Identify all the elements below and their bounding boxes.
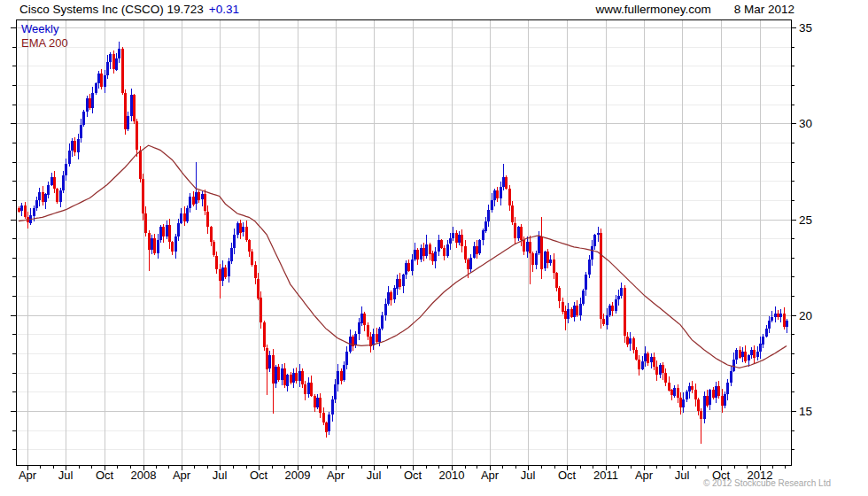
x-axis-label: 2009	[285, 469, 311, 482]
x-axis-label: Oct	[96, 469, 114, 482]
legend-timeframe: Weekly	[21, 22, 58, 35]
copyright-notice: © 2012 Stockcube Research Ltd	[703, 478, 831, 488]
x-axis-label: Jul	[213, 469, 228, 482]
x-axis-label: Oct	[558, 469, 577, 482]
x-axis-label: 2008	[131, 469, 157, 482]
candles	[18, 42, 788, 444]
y-axis-label: 15	[799, 405, 812, 418]
legend-ema: EMA 200	[21, 36, 68, 50]
y-axis-label: 20	[799, 309, 812, 322]
y-axis-label: 30	[799, 117, 812, 130]
plot-frame	[17, 20, 792, 466]
x-axis-label: 2011	[593, 469, 618, 482]
x-axis-label: Apr	[481, 469, 500, 482]
x-axis-label: 2010	[439, 469, 465, 482]
price-chart: AprJulOct2008AprJulOct2009AprJulOct2010A…	[0, 0, 868, 496]
chart-page: Cisco Systems Inc (CSCO) 19.723+0.31 www…	[0, 0, 868, 496]
x-axis-label: Apr	[173, 469, 191, 482]
y-axis-label: 25	[799, 213, 812, 227]
x-axis-label: Jul	[367, 469, 382, 482]
x-axis-label: Apr	[19, 469, 37, 482]
x-axis-label: Oct	[404, 469, 422, 482]
x-axis-label: Jul	[521, 469, 536, 482]
x-axis-label: Oct	[250, 469, 268, 482]
x-axis-label: Jul	[58, 469, 74, 482]
x-axis-label: Jul	[675, 469, 690, 482]
x-axis-label: Apr	[327, 469, 345, 482]
x-axis-label: Apr	[635, 469, 654, 482]
y-axis-label: 35	[799, 21, 812, 35]
